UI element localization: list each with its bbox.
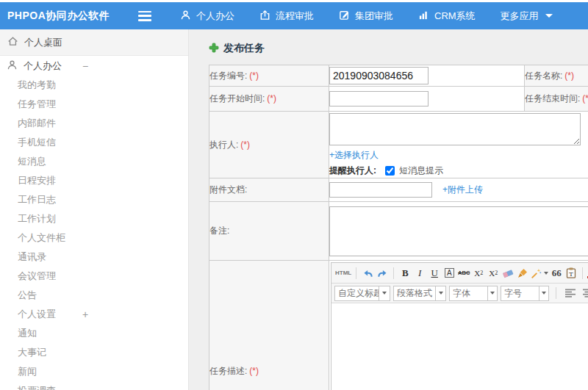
sidebar-item-label: 我的考勤	[18, 79, 56, 92]
task-no-input[interactable]	[329, 67, 429, 84]
sidebar-item-personal-office[interactable]: 个人办公 −	[0, 56, 188, 76]
home-icon	[7, 36, 18, 48]
sidebar-item-memorabilia[interactable]: 大事记	[0, 343, 188, 362]
sidebar-item-label: 通讯录	[18, 250, 46, 264]
sidebar-item-file-cabinet[interactable]: 个人文件柜	[0, 228, 188, 248]
main-content: 发布任务 任务编号:(*) 任务名称:(*) 任务开始时间:(*) 任务结束时间…	[189, 29, 588, 390]
sidebar-item-label: 通知	[18, 327, 37, 340]
sidebar-item-label: 个人设置	[18, 308, 56, 321]
executor-textarea[interactable]	[329, 113, 581, 145]
topbar: PHPOA协同办公软件 个人办公 流程审批 集团审批 CRM系统	[0, 2, 588, 29]
sidebar-item-label: 个人办公	[24, 59, 62, 73]
sidebar-item-short-message[interactable]: 短消息	[0, 152, 188, 171]
edit-approval-icon	[339, 10, 350, 23]
html-source-button[interactable]: HTML	[335, 266, 351, 281]
topnav-item-personal-office[interactable]: 个人办公	[168, 2, 247, 29]
bold-button[interactable]: B	[398, 266, 412, 281]
sms-remind-text: 短消息提示	[399, 165, 443, 177]
collapse-icon[interactable]: −	[79, 56, 91, 76]
bar-chart-icon	[418, 10, 429, 22]
blockquote-button[interactable]: 66	[550, 266, 563, 281]
sidebar-item-label: 投票调查	[18, 384, 56, 390]
hamburger-menu-icon[interactable]	[138, 11, 151, 21]
topnav-item-more-apps[interactable]: 更多应用	[488, 2, 565, 29]
sidebar-item-news[interactable]: 新闻	[0, 362, 188, 381]
start-time-label: 任务开始时间:(*)	[209, 87, 329, 112]
editor-toolbar-row2: 自定义标题 段落格式 字体	[331, 284, 588, 303]
topnav-item-group-approval[interactable]: 集团审批	[326, 2, 406, 29]
sms-remind-checkbox[interactable]	[385, 166, 395, 176]
font-family-dropdown[interactable]: 字体	[449, 286, 498, 301]
sidebar-item-label: 大事记	[18, 346, 46, 359]
redo-icon[interactable]	[376, 266, 389, 281]
editor-content-area[interactable]	[331, 303, 588, 390]
start-time-input[interactable]	[329, 91, 429, 106]
sidebar-item-partial[interactable]: 投票调查	[0, 381, 188, 390]
sidebar-item-schedule[interactable]: 日程安排	[0, 171, 188, 190]
description-label: 任务描述:(*)	[209, 261, 329, 390]
sidebar-item-label: 任务管理	[18, 98, 56, 111]
superscript-button[interactable]: X2	[472, 266, 485, 281]
attachment-label: 附件文档:	[209, 178, 329, 202]
user-icon	[180, 10, 191, 23]
paste-as-text-icon[interactable]: T	[564, 266, 578, 281]
sidebar-item-desktop[interactable]: 个人桌面	[0, 29, 188, 56]
caret-down-icon	[539, 286, 548, 300]
rich-text-editor: HTML B I U A	[331, 262, 588, 390]
topnav-item-workflow-approval[interactable]: 流程审批	[247, 2, 326, 29]
caret-down-icon	[544, 272, 548, 275]
caret-down-icon	[487, 286, 497, 300]
select-executor-link[interactable]: +选择执行人	[329, 150, 379, 160]
expand-icon[interactable]: +	[79, 305, 91, 324]
sidebar-item-contacts[interactable]: 通讯录	[0, 248, 188, 267]
caret-down-icon	[435, 286, 445, 300]
eraser-icon[interactable]	[501, 266, 514, 281]
underline-button[interactable]: U	[428, 266, 441, 281]
sidebar-item-work-plan[interactable]: 工作计划	[0, 209, 188, 228]
sidebar-item-personal-settings[interactable]: 个人设置 +	[0, 305, 188, 324]
plus-icon	[209, 43, 219, 55]
sidebar-item-announcement[interactable]: 公告	[0, 286, 188, 305]
page-title-text: 发布任务	[223, 42, 265, 55]
remark-textarea[interactable]	[329, 206, 588, 256]
editor-toolbar-row1: HTML B I U A	[331, 263, 588, 284]
sidebar-item-label: 日程安排	[18, 174, 56, 187]
custom-title-dropdown[interactable]: 自定义标题	[334, 286, 390, 301]
topnav-label: 更多应用	[501, 10, 539, 23]
sidebar-item-attendance[interactable]: 我的考勤	[0, 76, 188, 95]
svg-text:T: T	[570, 271, 574, 278]
align-center-icon[interactable]	[581, 286, 588, 300]
undo-icon[interactable]	[361, 266, 374, 281]
end-time-label: 任务结束时间:(*)	[525, 87, 588, 112]
app-brand: PHPOA协同办公软件	[0, 10, 138, 23]
topnav-label: CRM系统	[434, 10, 476, 23]
sidebar-item-task-management[interactable]: 任务管理	[0, 95, 188, 114]
align-left-icon[interactable]	[564, 286, 577, 300]
italic-button[interactable]: I	[413, 266, 426, 281]
task-name-label: 任务名称:(*)	[525, 65, 588, 87]
font-size-dropdown[interactable]: 字号	[501, 286, 549, 301]
format-painter-icon[interactable]	[516, 266, 529, 281]
topnav: 个人办公 流程审批 集团审批 CRM系统 更多应用	[168, 2, 565, 29]
attachment-input[interactable]	[329, 182, 432, 198]
sidebar-item-notice[interactable]: 通知	[0, 324, 188, 343]
executor-label: 执行人:(*)	[209, 112, 329, 178]
paragraph-format-dropdown[interactable]: 段落格式	[393, 286, 446, 301]
font-frame-button[interactable]: A	[442, 266, 456, 281]
task-no-label: 任务编号:(*)	[209, 65, 329, 87]
sidebar-item-label: 工作日志	[18, 193, 56, 206]
user-icon	[7, 59, 18, 73]
topnav-label: 流程审批	[276, 10, 314, 23]
sidebar-item-mobile-sms[interactable]: 手机短信	[0, 133, 188, 152]
topnav-item-crm[interactable]: CRM系统	[406, 2, 488, 29]
sidebar-item-internal-mail[interactable]: 内部邮件	[0, 114, 188, 133]
strikethrough-button[interactable]: ABC	[457, 266, 470, 281]
magic-wand-icon[interactable]	[531, 266, 548, 281]
sidebar-item-work-log[interactable]: 工作日志	[0, 190, 188, 209]
attachment-upload-link[interactable]: +附件上传	[442, 184, 483, 196]
sidebar-item-meeting[interactable]: 会议管理	[0, 267, 188, 286]
caret-down-icon	[545, 14, 553, 18]
sidebar: 个人桌面 个人办公 − 我的考勤 任务管理 内部邮件 手机短信 短消息 日程安排…	[0, 29, 189, 390]
subscript-button[interactable]: X2	[487, 266, 500, 281]
sidebar-item-label: 短消息	[18, 155, 46, 168]
